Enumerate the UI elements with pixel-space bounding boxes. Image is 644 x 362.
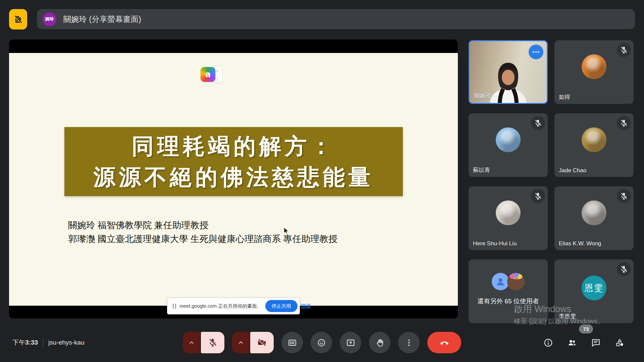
slide-title-line2: 源源不絕的佛法慈悲能量 <box>94 162 374 192</box>
mic-muted-badge <box>617 43 631 57</box>
presentation-off-tile[interactable] <box>9 9 27 29</box>
end-call-button[interactable] <box>427 332 461 353</box>
participant-avatar <box>582 200 606 225</box>
camera-options-button[interactable] <box>232 332 250 353</box>
participant-tile-video[interactable]: 關婉玲 <box>469 40 548 104</box>
participant-tile[interactable]: Elias K.W. Wong <box>554 186 634 250</box>
shared-screen-stage: × › a 同理耗竭的解方： 源源不絕的佛法慈悲能量 關婉玲 福智佛教學院 兼任… <box>9 40 458 318</box>
film-slash-icon <box>13 14 23 25</box>
mouse-cursor <box>283 227 290 235</box>
activities-icon <box>615 338 625 348</box>
overflow-count-label: 還有另外 65 位使用者 <box>469 297 548 306</box>
participant-avatar <box>582 54 606 79</box>
participant-tile[interactable]: 如得 <box>554 40 634 104</box>
slide-presenter-credits: 關婉玲 福智佛教學院 兼任助理教授 郭瓈灔 國立臺北護理健康大學 生死與健康心理… <box>68 219 337 246</box>
mic-control <box>183 332 224 353</box>
mic-off-icon <box>620 265 628 273</box>
side-panel-buttons <box>541 335 627 350</box>
mic-toggle-button[interactable] <box>201 332 224 353</box>
mic-off-icon <box>208 338 217 347</box>
chevron-up-icon <box>188 339 195 346</box>
capture-app-icon[interactable]: a <box>201 67 215 82</box>
participant-avatar <box>496 127 521 152</box>
slide-title-box: 同理耗竭的解方： 源源不絕的佛法慈悲能量 <box>64 127 403 196</box>
captions-icon <box>288 338 297 347</box>
info-icon <box>543 338 553 348</box>
participant-avatar <box>496 200 521 225</box>
camera-off-icon <box>257 338 267 347</box>
more-options-button[interactable] <box>398 332 420 353</box>
pause-icon <box>173 304 176 309</box>
share-toast-message: meet.google.com 正在共用你的畫面。 <box>179 303 262 309</box>
participant-tile[interactable]: 蘇以青 <box>469 113 548 177</box>
show-participants-button[interactable] <box>565 335 579 350</box>
presenter-credit-1: 關婉玲 福智佛教學院 兼任助理教授 <box>68 219 337 232</box>
presentation-slide: × › a 同理耗竭的解方： 源源不絕的佛法慈悲能量 關婉玲 福智佛教學院 兼任… <box>9 53 458 306</box>
slide-title-line1: 同理耗竭的解方： <box>132 131 336 162</box>
mic-off-icon <box>620 46 628 54</box>
mic-muted-badge <box>617 262 631 276</box>
mic-off-icon <box>534 192 542 200</box>
mic-muted-badge <box>531 116 545 130</box>
stop-sharing-button[interactable]: 停止共用 <box>265 300 298 312</box>
present-screen-button[interactable] <box>340 332 361 353</box>
participant-initials-avatar: 恩雯 <box>582 276 606 300</box>
camera-control <box>232 332 274 353</box>
raise-hand-icon <box>375 338 384 347</box>
mic-muted-badge <box>617 116 631 130</box>
reactions-button[interactable] <box>311 332 332 353</box>
presenter-credit-2: 郭瓈灔 國立臺北護理健康大學 生死與健康心理諮商系 專任助理教授 <box>68 232 337 246</box>
screen-share-toast: meet.google.com 正在共用你的畫面。 停止共用 隱藏 <box>167 298 300 314</box>
mic-muted-badge <box>531 189 545 203</box>
chevron-right-icon[interactable]: › <box>217 76 218 81</box>
present-screen-icon <box>346 338 355 347</box>
generic-person-avatar <box>492 273 509 290</box>
participant-name: 如得 <box>559 93 570 101</box>
participant-count-badge: 73 <box>579 324 593 334</box>
hide-toast-link[interactable]: 隱藏 <box>301 303 311 309</box>
meeting-code: jsu-ehys-kau <box>48 339 85 346</box>
participant-name: 李恩雯 <box>559 312 576 320</box>
smiley-icon <box>317 338 326 347</box>
meeting-details-button[interactable] <box>541 335 555 350</box>
overflow-participants-tile[interactable]: 還有另外 65 位使用者 <box>469 259 548 323</box>
participant-name: Here Shu-Hui Liu <box>473 240 517 247</box>
people-icon <box>567 338 577 348</box>
person-icon <box>495 276 506 287</box>
participant-tile[interactable]: Jade Chao <box>554 113 634 177</box>
chevron-up-icon <box>237 339 245 346</box>
presenter-banner[interactable]: 婉玲 關婉玲 (分享螢幕畫面) <box>37 9 635 29</box>
chat-button[interactable] <box>588 335 603 350</box>
ellipsis-icon <box>532 48 540 56</box>
mic-off-icon <box>620 192 628 200</box>
mic-off-icon <box>534 119 542 127</box>
screen-capture-widget[interactable]: × › a <box>201 66 222 83</box>
participant-tile[interactable]: 恩雯 李恩雯 <box>554 259 634 323</box>
divider <box>43 338 43 347</box>
kebab-menu-icon <box>405 338 414 347</box>
call-controls <box>183 332 461 353</box>
chat-icon <box>591 338 601 348</box>
presenter-avatar: 婉玲 <box>43 12 56 26</box>
mic-off-icon <box>620 119 628 127</box>
close-icon[interactable]: × <box>216 69 219 73</box>
participant-name: Jade Chao <box>559 167 586 174</box>
participant-avatar <box>582 127 606 152</box>
participant-name: 蘇以青 <box>473 166 490 174</box>
meeting-meta: 下午3:33 jsu-ehys-kau <box>12 332 85 353</box>
mic-options-button[interactable] <box>183 332 200 353</box>
mic-muted-badge <box>617 189 631 203</box>
overflow-avatars <box>492 273 525 290</box>
camera-toggle-button[interactable] <box>250 332 274 353</box>
presenter-banner-title: 關婉玲 (分享螢幕畫面) <box>63 14 141 24</box>
flower-avatar <box>507 273 525 290</box>
raise-hand-button[interactable] <box>369 332 390 353</box>
participant-name: Elias K.W. Wong <box>559 240 601 247</box>
phone-down-icon <box>439 338 449 348</box>
meet-window: 婉玲 關婉玲 (分享螢幕畫面) × › a 同理耗竭的解方： 源源不絕的佛法慈悲… <box>0 0 644 362</box>
activities-button[interactable] <box>612 335 627 350</box>
participant-tile[interactable]: Here Shu-Hui Liu <box>469 186 548 250</box>
tile-more-options-button[interactable] <box>529 45 543 59</box>
captions-button[interactable] <box>281 332 303 353</box>
clock: 下午3:33 <box>12 338 38 347</box>
